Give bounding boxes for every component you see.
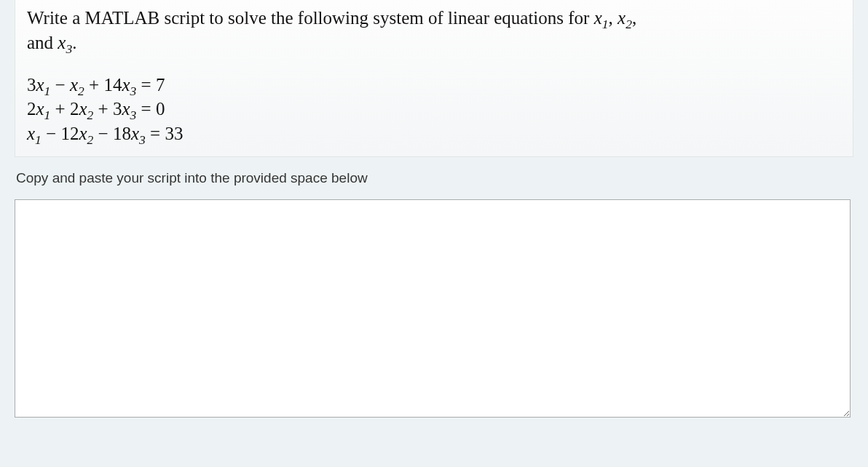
sep: , <box>632 8 636 28</box>
variable-x3: x3 <box>58 33 72 52</box>
term-x1: x1 <box>36 99 51 119</box>
var-letter: x <box>618 8 626 28</box>
question-container: Write a MATLAB script to solve the follo… <box>0 0 868 432</box>
var-letter: x <box>594 8 602 28</box>
term-x1: x1 <box>36 75 51 95</box>
coef: 2 <box>27 99 36 119</box>
var-subscript: 3 <box>130 108 137 122</box>
var-subscript: 3 <box>66 41 72 56</box>
term-x2: x2 <box>79 124 93 143</box>
var-letter: x <box>79 99 87 119</box>
prompt-suffix: . <box>72 33 76 52</box>
term-x3: x3 <box>131 124 146 143</box>
var-letter: x <box>122 99 130 119</box>
equation-2: 2x1 + 2x2 + 3x3 = 0 <box>27 97 841 121</box>
rhs: = 33 <box>146 124 184 143</box>
var-letter: x <box>122 75 130 95</box>
var-subscript: 1 <box>35 132 42 147</box>
equation-system: 3x1 − x2 + 14x3 = 7 2x1 + 2x2 + 3x3 = 0 … <box>27 73 841 146</box>
problem-statement-box: Write a MATLAB script to solve the follo… <box>15 0 853 157</box>
prompt-text-line2: and <box>27 33 58 52</box>
var-subscript: 1 <box>602 17 609 31</box>
term-x2: x2 <box>70 75 84 95</box>
op: + 2 <box>50 99 79 119</box>
var-subscript: 3 <box>130 84 137 98</box>
var-letter: x <box>70 75 78 95</box>
var-letter: x <box>131 124 139 143</box>
rhs: = 0 <box>136 99 165 119</box>
coef: 3 <box>27 75 36 95</box>
problem-prompt: Write a MATLAB script to solve the follo… <box>27 6 841 55</box>
term-x3: x3 <box>122 99 136 119</box>
var-letter: x <box>58 33 66 52</box>
op: − 12 <box>42 124 79 143</box>
op: − <box>50 75 70 95</box>
op: + 14 <box>84 75 122 95</box>
var-subscript: 3 <box>139 132 146 147</box>
equation-1: 3x1 − x2 + 14x3 = 7 <box>27 73 841 97</box>
equation-3: x1 − 12x2 − 18x3 = 33 <box>27 121 841 146</box>
var-letter: x <box>79 124 87 143</box>
var-subscript: 2 <box>78 84 84 98</box>
answer-textarea[interactable] <box>15 199 851 418</box>
term-x2: x2 <box>79 99 93 119</box>
instruction-text: Copy and paste your script into the prov… <box>16 170 853 186</box>
op: − 18 <box>93 124 131 143</box>
term-x1: x1 <box>27 124 42 143</box>
var-subscript: 2 <box>626 17 632 31</box>
variable-x1: x1 <box>594 8 609 28</box>
var-letter: x <box>36 99 44 119</box>
rhs: = 7 <box>136 75 165 95</box>
prompt-text: Write a MATLAB script to solve the follo… <box>27 8 594 28</box>
variable-x2: x2 <box>618 8 632 28</box>
sep: , <box>609 8 618 28</box>
var-letter: x <box>27 124 35 143</box>
term-x3: x3 <box>122 75 136 95</box>
op: + 3 <box>93 99 122 119</box>
var-letter: x <box>36 75 44 95</box>
